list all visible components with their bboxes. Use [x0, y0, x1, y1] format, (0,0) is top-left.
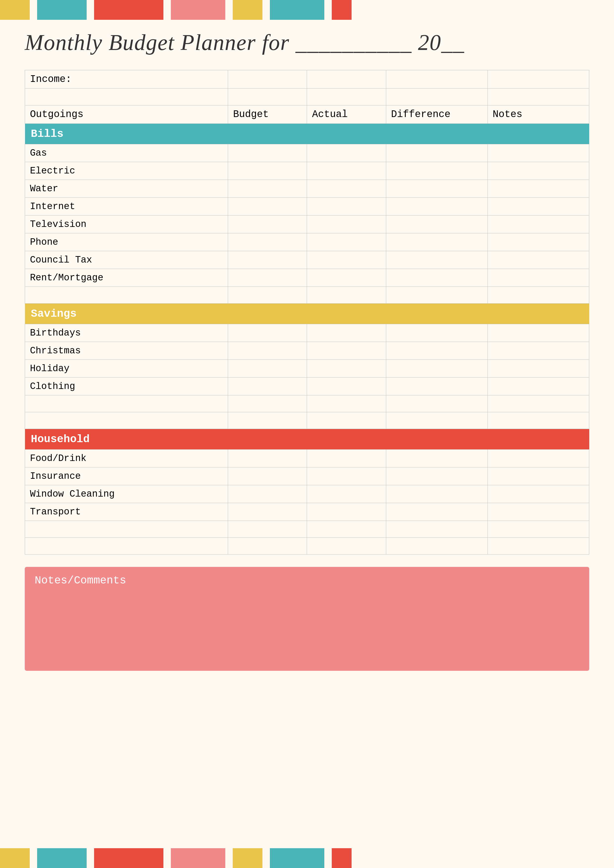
bar-gap-6 — [324, 0, 332, 20]
table-row: Window Cleaning — [25, 485, 589, 503]
item-gas: Gas — [25, 144, 228, 162]
income-actual-cell — [307, 70, 386, 88]
table-row: Clothing — [25, 378, 589, 395]
notes-title: Notes/Comments — [35, 574, 579, 587]
household-header-row: Household — [25, 429, 589, 450]
col-header-actual: Actual — [307, 105, 386, 124]
budget-table: Income: Outgoings Budget Actual Differen… — [25, 70, 589, 555]
bar-gap-1 — [30, 0, 37, 20]
income-row: Income: — [25, 70, 589, 88]
bottom-bar-pink-1 — [171, 848, 225, 868]
budget-table-container: Income: Outgoings Budget Actual Differen… — [25, 70, 589, 555]
item-internet: Internet — [25, 198, 228, 215]
bar-gap-4 — [225, 0, 233, 20]
table-row: Rent/Mortgage — [25, 269, 589, 287]
item-phone: Phone — [25, 233, 228, 251]
item-water: Water — [25, 180, 228, 198]
bottom-bar-teal-2 — [270, 848, 324, 868]
column-header-row: Outgoings Budget Actual Difference Notes — [25, 105, 589, 124]
table-row: Council Tax — [25, 251, 589, 269]
bottom-bar-gap-3 — [163, 848, 171, 868]
bar-red-1 — [94, 0, 163, 20]
bottom-bar-teal-1 — [37, 848, 87, 868]
bills-header-row: Bills — [25, 124, 589, 144]
bottom-bar-yellow-1 — [0, 848, 30, 868]
title-area: Monthly Budget Planner for __________ 20… — [25, 30, 589, 55]
spacer-row-1 — [25, 88, 589, 105]
bar-teal-1 — [37, 0, 87, 20]
table-row: Gas — [25, 144, 589, 162]
gas-difference — [386, 144, 488, 162]
item-clothing: Clothing — [25, 378, 228, 395]
item-transport: Transport — [25, 503, 228, 521]
notes-section: Notes/Comments — [25, 567, 589, 671]
item-television: Television — [25, 215, 228, 233]
page-title: Monthly Budget Planner for __________ 20… — [25, 30, 589, 55]
spacer-row-3 — [25, 395, 589, 412]
bottom-bar-gap-4 — [225, 848, 233, 868]
bar-gap-3 — [163, 0, 171, 20]
income-notes-cell — [488, 70, 589, 88]
item-rent-mortgage: Rent/Mortgage — [25, 269, 228, 287]
item-christmas: Christmas — [25, 342, 228, 360]
bar-yellow-2 — [233, 0, 263, 20]
bottom-decorative-bar — [0, 848, 614, 868]
table-row: Transport — [25, 503, 589, 521]
income-budget-cell — [228, 70, 307, 88]
bar-yellow-1 — [0, 0, 30, 20]
bottom-bar-gap-5 — [263, 848, 270, 868]
item-food-drink: Food/Drink — [25, 450, 228, 467]
bar-teal-2 — [270, 0, 324, 20]
gas-actual — [307, 144, 386, 162]
item-holiday: Holiday — [25, 360, 228, 378]
bottom-bar-red-2 — [332, 848, 351, 868]
col-header-budget: Budget — [228, 105, 307, 124]
item-council-tax: Council Tax — [25, 251, 228, 269]
spacer-row-4 — [25, 412, 589, 429]
bottom-bar-gap-1 — [30, 848, 37, 868]
item-insurance: Insurance — [25, 467, 228, 485]
savings-header-label: Savings — [25, 304, 589, 324]
item-window-cleaning: Window Cleaning — [25, 485, 228, 503]
table-row: Phone — [25, 233, 589, 251]
spacer-row-2 — [25, 287, 589, 304]
col-header-difference: Difference — [386, 105, 488, 124]
gas-notes — [488, 144, 589, 162]
spacer-row-5 — [25, 521, 589, 538]
bar-pink-1 — [171, 0, 225, 20]
table-row: Insurance — [25, 467, 589, 485]
bottom-bar-red-1 — [94, 848, 163, 868]
item-electric: Electric — [25, 162, 228, 180]
income-label: Income: — [25, 70, 228, 88]
bottom-bar-gap-2 — [87, 848, 94, 868]
item-birthdays: Birthdays — [25, 324, 228, 342]
gas-budget — [228, 144, 307, 162]
spacer-row-6 — [25, 538, 589, 555]
bar-gap-5 — [263, 0, 270, 20]
household-header-label: Household — [25, 429, 589, 450]
income-difference-cell — [386, 70, 488, 88]
col-header-notes: Notes — [488, 105, 589, 124]
table-row: Water — [25, 180, 589, 198]
bar-gap-2 — [87, 0, 94, 20]
bottom-bar-yellow-2 — [233, 848, 263, 868]
table-row: Television — [25, 215, 589, 233]
table-row: Christmas — [25, 342, 589, 360]
savings-header-row: Savings — [25, 304, 589, 324]
bar-red-2 — [332, 0, 351, 20]
table-row: Internet — [25, 198, 589, 215]
table-row: Food/Drink — [25, 450, 589, 467]
top-decorative-bar — [0, 0, 614, 20]
bottom-bar-gap-6 — [324, 848, 332, 868]
table-row: Holiday — [25, 360, 589, 378]
bills-header-label: Bills — [25, 124, 589, 144]
table-row: Electric — [25, 162, 589, 180]
table-row: Birthdays — [25, 324, 589, 342]
col-header-outgoings: Outgoings — [25, 105, 228, 124]
